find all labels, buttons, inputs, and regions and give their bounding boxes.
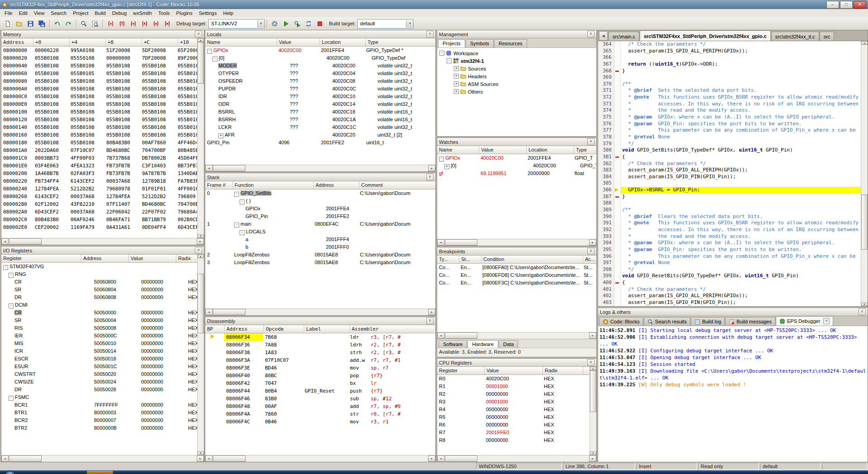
cpu-register-row[interactable]: R200000000HEX — [437, 390, 596, 398]
tree-expander[interactable]: + — [218, 133, 223, 138]
tree-expander[interactable]: + — [454, 89, 459, 94]
code-line[interactable]: 401 /* Check the parameters */ — [598, 286, 861, 293]
close-panel-button[interactable]: × — [587, 138, 594, 145]
code-line[interactable]: 394 * @param GPIOx: where x can be (A..I… — [598, 240, 861, 246]
close-button[interactable]: ✕ — [854, 1, 866, 9]
scroll-down-button[interactable]: ▼ — [198, 234, 204, 238]
scroll-up-button[interactable]: ▲ — [861, 41, 868, 45]
stack-frame-row[interactable]: -LOCALS — [205, 228, 435, 236]
column-header[interactable]: Frame # — [205, 181, 233, 189]
io-register-row[interactable]: -STM32F407VG — [1, 263, 204, 270]
watch-row[interactable]: -GPIOx40020C002001FFE4GPIO_T — [437, 154, 596, 162]
scroll-track[interactable] — [42, 238, 197, 245]
scroll-track[interactable] — [477, 455, 589, 462]
locals-row[interactable]: MODER???40020C00volatile uint32_t — [205, 62, 435, 70]
code-area[interactable]: 364 /* Check the parameters */365 assert… — [598, 41, 861, 306]
debug-target-select[interactable]: ST-LINK/V2 ▼ — [208, 19, 265, 28]
disassembly-row[interactable]: 08006F3EBD46movsp, r7 — [205, 364, 435, 372]
project-tree-item[interactable]: +Sources — [437, 65, 596, 72]
find-in-files-button[interactable] — [90, 18, 101, 29]
close-panel-button[interactable]: × — [859, 308, 866, 315]
stack-frame-row[interactable]: -( ) — [205, 197, 435, 205]
fold-marker-icon[interactable] — [615, 282, 619, 284]
io-register-row[interactable]: BTR28000000B00000000HEX — [1, 424, 204, 432]
code-line[interactable]: 396 * This parameter can be any combinat… — [598, 253, 861, 260]
code-line[interactable]: 384 assert_param(IS_GPIO_PIN(GPIO_Pin)); — [598, 174, 861, 180]
column-header[interactable]: Condition — [481, 256, 583, 263]
memory-row[interactable]: 08000100055B0108055B0108055B0108055B0108… — [1, 108, 204, 116]
find-button[interactable] — [78, 18, 90, 29]
menu-wxsmith[interactable]: wxSmith — [130, 9, 155, 17]
save-all-files-button[interactable] — [36, 18, 47, 29]
debug-step-out-button[interactable] — [150, 18, 161, 29]
tab-scroll-left-button[interactable]: ◀ — [599, 31, 608, 41]
memory-row[interactable]: 080001A02022DA6007F10C07BD4680BC704700BF… — [1, 147, 204, 154]
menu-search[interactable]: Search — [47, 9, 70, 17]
memory-row[interactable]: 080002C080B483B000AF02460B46FA71BB71BB79… — [1, 216, 204, 223]
scroll-down-button[interactable]: ▼ — [861, 303, 868, 306]
scroll-right-button[interactable]: ► — [428, 455, 435, 462]
io-register-row[interactable]: BTR18000000300000000HEX — [1, 409, 204, 417]
column-header[interactable]: Radix — [543, 367, 583, 374]
editor-tab-src-main-c[interactable]: src\main.c — [609, 32, 639, 41]
column-header[interactable]: Ty... — [437, 256, 459, 263]
memory-row[interactable]: 08000220FB734FF46143CEF200037A6812789B18… — [1, 177, 204, 185]
io-register-row[interactable]: SR5005000400000000HEX — [1, 317, 204, 324]
debug-step-into-button[interactable] — [139, 18, 150, 29]
code-line[interactable]: 402 assert_param(IS_GPIO_ALL_PERIPH(GPIO… — [598, 293, 861, 299]
close-panel-button[interactable]: × — [426, 318, 434, 324]
scroll-right-button[interactable]: ► — [197, 455, 204, 462]
column-header[interactable]: Opcode — [264, 325, 304, 333]
menu-tools[interactable]: Tools — [155, 9, 173, 17]
debug-next-line-button[interactable] — [127, 18, 139, 29]
column-header[interactable]: Assembler — [350, 325, 435, 333]
horizontal-scrollbar[interactable]: ◄► — [1, 455, 204, 462]
scroll-up-button[interactable]: ▲ — [198, 255, 204, 258]
watch-row[interactable]: gf69.119995120000900float — [437, 170, 596, 177]
menu-debug[interactable]: Debug — [109, 9, 130, 17]
code-line[interactable]: 390 * @brief Clears the selected data po… — [598, 213, 861, 220]
menu-help[interactable]: Help — [220, 9, 236, 17]
code-line[interactable]: 387} — [598, 194, 861, 200]
scroll-down-button[interactable]: ▼ — [590, 451, 596, 455]
editor-tab-src-stm32f4xx-stdperiph-driver-stm32f4xx-gpio-c[interactable]: src\STM32F4xx_StdPeriph_Driver\stm32f4xx… — [640, 30, 770, 41]
memory-row[interactable]: 080001C00003BB734FF00F037B737B68DB78002B… — [1, 154, 204, 162]
column-header[interactable]: Comment — [359, 181, 435, 189]
editor-tab-src-stm32f4xx-it-c[interactable]: src\stm32f4xx_it.c — [771, 32, 819, 41]
io-register-row[interactable]: ESUR5005001C00000000HEX — [1, 363, 204, 370]
scroll-thumb[interactable] — [445, 239, 477, 246]
scroll-down-button[interactable]: ▼ — [198, 451, 204, 455]
column-header[interactable]: Name — [437, 146, 479, 154]
io-register-row[interactable]: CR5006080000000000HEX — [1, 278, 204, 286]
column-header[interactable]: Address — [225, 325, 264, 333]
disassembly-row[interactable]: 08006F3A07F10C07add.wr7, r7, #1 — [205, 356, 435, 364]
column-header[interactable]: Value — [479, 146, 527, 154]
scroll-track[interactable] — [245, 165, 428, 171]
memory-row[interactable]: 080002001A46BB7B02FA03F3FB73FB7B9A787B7B… — [1, 170, 204, 177]
scroll-thumb[interactable] — [861, 194, 868, 250]
stack-frame-row[interactable]: a2001FFF4 — [205, 236, 435, 243]
column-header[interactable]: Value — [129, 255, 176, 262]
menu-file[interactable]: File — [1, 9, 16, 17]
tree-expander[interactable]: - — [9, 273, 14, 278]
stack-frame-row[interactable]: 1-main0800EF4CC:\Users\gabor\Docum — [205, 220, 435, 228]
code-line[interactable]: 403 assert_param(IS_GPIO_PIN(GPIO_Pin)); — [598, 299, 861, 306]
tree-expander[interactable]: + — [444, 164, 449, 169]
scroll-right-button[interactable]: ► — [589, 455, 596, 462]
locals-row[interactable]: GPIO_Pin40962001FFE2uint16_t — [205, 139, 435, 147]
memory-row[interactable]: 080000A0055B0108055B0108055B0108055B0108… — [1, 85, 204, 93]
log-tab-code-blocks[interactable]: Code::Blocks — [599, 317, 643, 326]
tree-expander[interactable]: - — [234, 223, 239, 228]
scroll-thumb[interactable] — [9, 455, 42, 462]
column-header[interactable]: Address — [81, 255, 129, 262]
redo-button[interactable] — [63, 18, 74, 29]
memory-row[interactable]: 080002A06D43CEF200037A6822F0604222F07F02… — [1, 208, 204, 216]
io-register-row[interactable]: -FSMC — [1, 393, 204, 401]
horizontal-scrollbar[interactable]: ◄► — [437, 455, 596, 462]
tree-expander[interactable]: + — [454, 66, 459, 71]
minimize-button[interactable]: – — [826, 1, 839, 9]
scroll-track[interactable] — [477, 332, 589, 339]
close-panel-button[interactable]: × — [195, 31, 202, 38]
column-header[interactable]: St... — [459, 256, 481, 263]
menu-build[interactable]: Build — [91, 9, 108, 17]
